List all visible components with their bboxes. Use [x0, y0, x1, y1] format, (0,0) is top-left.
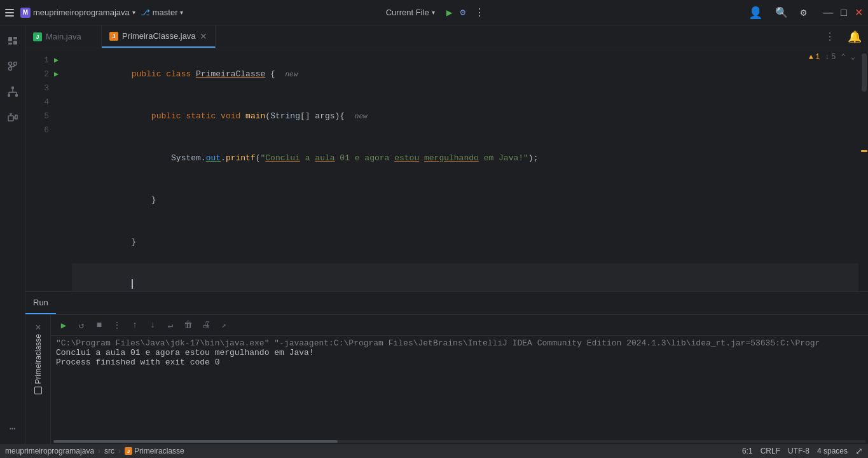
- subtab-close[interactable]: ✕: [34, 323, 43, 331]
- tab-more-button[interactable]: ⋮: [818, 25, 841, 48]
- collab-icon[interactable]: 👤: [747, 4, 764, 21]
- run-config-selector[interactable]: Current File ▾: [382, 6, 439, 18]
- terminal-scrollbar-track: [51, 439, 868, 444]
- branch-icon: ⎇: [141, 8, 150, 17]
- tab-main-java[interactable]: J Main.java: [25, 25, 102, 48]
- status-bar-left: meuprimeiroprogramajava › src › J Primei…: [5, 447, 184, 455]
- status-bar: meuprimeiroprogramajava › src › J Primei…: [0, 444, 868, 458]
- status-src[interactable]: src: [104, 447, 114, 455]
- activity-item-vcs[interactable]: [1, 55, 24, 78]
- status-encoding[interactable]: UTF-8: [788, 447, 809, 455]
- panel-expand-button[interactable]: ↗: [216, 317, 231, 333]
- panel-run-button[interactable]: ▶: [56, 317, 71, 333]
- subtab-icon: [34, 387, 42, 394]
- warning-number: 1: [815, 53, 820, 62]
- code-line-6[interactable]: [72, 263, 858, 291]
- panel-more-button[interactable]: ⋮: [109, 317, 125, 333]
- run-gutter: ▶ ▶: [54, 48, 67, 291]
- run-button[interactable]: ▶: [446, 6, 453, 19]
- code-line-3: System.out.printf("Conclui a aula 01 e a…: [72, 137, 858, 179]
- branch-selector[interactable]: ⎇ master ▾: [141, 8, 184, 17]
- svg-point-5: [13, 62, 17, 66]
- status-sep-1: ›: [98, 447, 100, 455]
- warning-icon: ▲: [809, 53, 813, 62]
- error-count[interactable]: ↓ 5: [825, 53, 836, 62]
- panel-up-button[interactable]: ↑: [127, 317, 142, 333]
- tab-bar: J Main.java J PrimeiraClasse.java ✕ ⋮ 🔔: [25, 25, 868, 48]
- status-project-name[interactable]: meuprimeiroprogramajava: [5, 447, 94, 455]
- activity-item-structure[interactable]: [1, 80, 24, 103]
- status-class-container: J Primeiraclasse: [125, 447, 184, 455]
- maximize-button[interactable]: □: [841, 7, 847, 18]
- terminal-scrollbar-thumb[interactable]: [53, 440, 338, 443]
- svg-point-4: [8, 62, 11, 66]
- titlebar-right: 👤 🔍 ⚙ — □ ✕: [747, 4, 863, 21]
- status-position[interactable]: 6:1: [742, 447, 753, 455]
- panel-left-toolbar: Primeiraclasse ✕: [25, 315, 51, 444]
- tab-close-button[interactable]: ✕: [200, 31, 207, 41]
- line-numbers: 1 2 3 4 5 6: [25, 48, 54, 291]
- code-line-4: }: [72, 179, 858, 221]
- svg-rect-15: [8, 116, 13, 121]
- activity-item-more[interactable]: ⋯: [1, 417, 24, 440]
- terminal-scrollbar: [53, 440, 865, 443]
- panel-stop-button[interactable]: ■: [92, 317, 107, 333]
- titlebar-center: Current File ▾ ▶ ⚙ ⋮: [382, 5, 486, 20]
- current-file-label: Current File: [386, 8, 429, 17]
- window-controls: — □ ✕: [823, 6, 863, 18]
- activity-item-project[interactable]: [1, 29, 24, 52]
- code-line-5: }: [72, 221, 858, 263]
- code-editor[interactable]: 1 2 3 4 5 6 ▶ ▶: [25, 48, 868, 291]
- debug-button[interactable]: ⚙: [460, 6, 465, 18]
- main-java-icon: J: [33, 32, 42, 41]
- run-subtab-primeiraclasse[interactable]: Primeiraclasse ✕: [31, 317, 45, 399]
- run-line-1-button[interactable]: ▶: [54, 53, 67, 67]
- activity-bar: ⋯: [0, 25, 25, 444]
- notification-button[interactable]: 🔔: [841, 25, 868, 48]
- panel-toolbar: ▶ ↺ ■ ⋮ ↑ ↓ ↵ 🗑 🖨 ↗: [51, 315, 868, 336]
- svg-rect-10: [15, 94, 18, 97]
- panel-clear-button[interactable]: 🗑: [181, 317, 196, 333]
- panel-terminal-area: ▶ ↺ ■ ⋮ ↑ ↓ ↵ 🗑 🖨 ↗: [51, 315, 868, 444]
- subtab-label: Primeiraclasse: [34, 334, 43, 384]
- status-line-ending[interactable]: CRLF: [761, 447, 780, 455]
- panel-down-button[interactable]: ↓: [145, 317, 160, 333]
- activity-item-plugins[interactable]: [1, 106, 24, 128]
- tab-primeiraclasse-java[interactable]: J PrimeiraClasse.java ✕: [102, 25, 216, 48]
- code-content[interactable]: public class PrimeiraClasse { new public…: [67, 48, 858, 291]
- search-icon[interactable]: 🔍: [774, 5, 789, 20]
- svg-rect-0: [8, 37, 12, 41]
- code-line-2: public static void main(String[] args){ …: [72, 95, 858, 137]
- panel-rerun-button[interactable]: ↺: [74, 317, 89, 333]
- tab-primeiraclasse-java-label: PrimeiraClasse.java: [122, 31, 196, 41]
- project-name-label: meuprimeiroprogramajava: [33, 8, 130, 17]
- status-class-icon: J: [125, 447, 132, 455]
- panel-print-button[interactable]: 🖨: [198, 317, 214, 333]
- status-indent[interactable]: 4 spaces: [817, 447, 848, 455]
- panel-tab-run[interactable]: Run: [25, 292, 56, 314]
- panel-tabs: Run: [25, 292, 868, 315]
- svg-rect-2: [13, 41, 17, 45]
- expand-icon: ⌃: [841, 52, 846, 62]
- close-button[interactable]: ✕: [855, 6, 863, 18]
- bottom-panel: Run Primeiraclasse ✕: [25, 291, 868, 444]
- status-expand-icon[interactable]: ⤢: [855, 446, 863, 456]
- branch-name-label: master: [153, 8, 178, 17]
- run-line-2-button[interactable]: ▶: [54, 67, 67, 81]
- panel-content: Primeiraclasse ✕ ▶ ↺ ■ ⋮ ↑ ↓: [25, 315, 868, 444]
- run-config-chevron-icon: ▾: [432, 9, 435, 16]
- project-selector[interactable]: M meuprimeiroprogramajava ▾: [20, 8, 135, 18]
- error-down-icon: ↓: [825, 53, 829, 62]
- scrollbar-thumb[interactable]: [862, 53, 867, 92]
- status-bar-right: 6:1 CRLF UTF-8 4 spaces ⤢: [742, 446, 863, 456]
- hamburger-menu[interactable]: [5, 8, 15, 18]
- warning-count[interactable]: ▲ 1: [809, 53, 820, 62]
- primeiraclasse-java-icon: J: [109, 32, 118, 41]
- panel-wrap-button[interactable]: ↵: [163, 317, 178, 333]
- status-class-name[interactable]: Primeiraclasse: [134, 447, 184, 455]
- run-tab-label: Run: [33, 298, 48, 307]
- settings-icon[interactable]: ⚙: [799, 5, 808, 20]
- minimize-button[interactable]: —: [823, 7, 833, 18]
- svg-point-6: [8, 67, 11, 71]
- more-actions-button[interactable]: ⋮: [473, 5, 486, 20]
